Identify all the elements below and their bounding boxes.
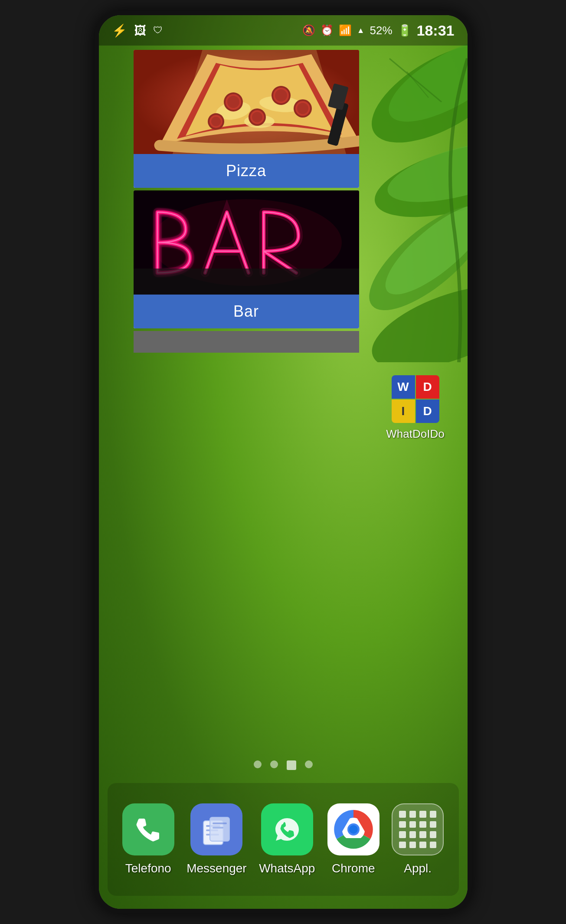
- apps-icon: [392, 803, 444, 855]
- whatsapp-label: WhatsApp: [259, 862, 315, 875]
- svg-point-47: [349, 825, 358, 834]
- dock-item-messenger[interactable]: Messenger: [186, 803, 247, 875]
- app-dot: [409, 831, 416, 838]
- page-dot-home[interactable]: [287, 760, 296, 770]
- phone-screen: ⚡ 🖼 🛡 🔕 ⏰ 📶 ▲ 52% 🔋 18:31: [99, 15, 468, 909]
- app-dot: [399, 811, 406, 818]
- alarm-icon: ⏰: [321, 24, 334, 36]
- app-dot: [430, 811, 437, 818]
- app-dot: [409, 821, 416, 828]
- messenger-label: Messenger: [186, 862, 247, 875]
- signal-icon: ▲: [357, 26, 365, 35]
- status-bar: ⚡ 🖼 🛡 🔕 ⏰ 📶 ▲ 52% 🔋 18:31: [99, 15, 468, 46]
- svg-rect-42: [213, 827, 223, 829]
- wd-cell-i: I: [392, 400, 415, 423]
- apps-label: Appl.: [404, 862, 432, 875]
- app-dot: [419, 811, 426, 818]
- app-dot: [399, 821, 406, 828]
- telefono-label: Telefono: [125, 862, 171, 875]
- app-dot: [409, 842, 416, 849]
- app-dot: [430, 821, 437, 828]
- status-right-icons: 🔕 ⏰ 📶 ▲ 52% 🔋 18:31: [302, 22, 455, 39]
- whatdoido-icon-grid: W D I D: [392, 375, 439, 423]
- wd-cell-w: W: [392, 375, 415, 399]
- svg-rect-41: [213, 822, 227, 824]
- bar-label: Bar: [134, 295, 359, 328]
- page-indicators: [99, 760, 468, 770]
- app-dot: [419, 842, 426, 849]
- image-icon: 🖼: [134, 23, 146, 38]
- bar-widget[interactable]: Bar: [134, 190, 359, 328]
- svg-point-25: [297, 103, 308, 114]
- whatsapp-icon: [261, 803, 313, 855]
- svg-point-16: [227, 96, 239, 108]
- wd-cell-d1: D: [416, 375, 439, 399]
- dock-item-telefono[interactable]: Telefono: [122, 803, 174, 875]
- dock: Telefono: [108, 783, 459, 896]
- bar-svg: [134, 190, 359, 295]
- app-dot: [419, 821, 426, 828]
- wifi-icon: 📶: [339, 24, 352, 36]
- pizza-image: [134, 50, 359, 154]
- time-display: 18:31: [417, 22, 455, 39]
- wd-cell-d2: D: [416, 400, 439, 423]
- page-dot-4[interactable]: [305, 760, 313, 768]
- app-dot: [419, 831, 426, 838]
- silent-icon: 🔕: [302, 24, 315, 36]
- app-dot: [430, 842, 437, 849]
- svg-point-28: [211, 117, 221, 126]
- chrome-icon: [327, 803, 380, 855]
- svg-point-19: [275, 89, 287, 102]
- chrome-label: Chrome: [332, 862, 375, 875]
- dock-item-apps[interactable]: Appl.: [392, 803, 444, 875]
- widget-peek: [134, 331, 359, 353]
- svg-rect-33: [134, 269, 359, 295]
- telefono-icon: [122, 803, 174, 855]
- status-left-icons: ⚡ 🖼 🛡: [112, 23, 163, 38]
- bar-image: [134, 190, 359, 295]
- widget-area: Pizza: [134, 50, 359, 353]
- apps-dots-grid: [393, 804, 443, 855]
- app-dot: [409, 811, 416, 818]
- app-dot: [399, 842, 406, 849]
- page-dot-1[interactable]: [254, 760, 262, 768]
- whatdoido-label: WhatDoIDo: [385, 427, 446, 441]
- shield-icon: 🛡: [153, 25, 163, 36]
- pizza-svg: [134, 50, 359, 154]
- pizza-widget[interactable]: Pizza: [134, 50, 359, 188]
- pizza-label: Pizza: [134, 154, 359, 188]
- app-dot: [399, 831, 406, 838]
- app-dot: [430, 831, 437, 838]
- battery-icon: 🔋: [398, 24, 412, 37]
- messenger-icon: [190, 803, 242, 855]
- dock-item-chrome[interactable]: Chrome: [327, 803, 380, 875]
- battery-percent: 52%: [370, 24, 392, 37]
- usb-icon: ⚡: [112, 23, 127, 38]
- svg-rect-39: [210, 817, 229, 841]
- whatdoido-app-icon[interactable]: W D I D WhatDoIDo: [385, 375, 446, 441]
- dock-item-whatsapp[interactable]: WhatsApp: [259, 803, 315, 875]
- phone-frame: ⚡ 🖼 🛡 🔕 ⏰ 📶 ▲ 52% 🔋 18:31: [95, 11, 472, 913]
- svg-point-22: [252, 112, 262, 122]
- page-dot-2[interactable]: [270, 760, 278, 768]
